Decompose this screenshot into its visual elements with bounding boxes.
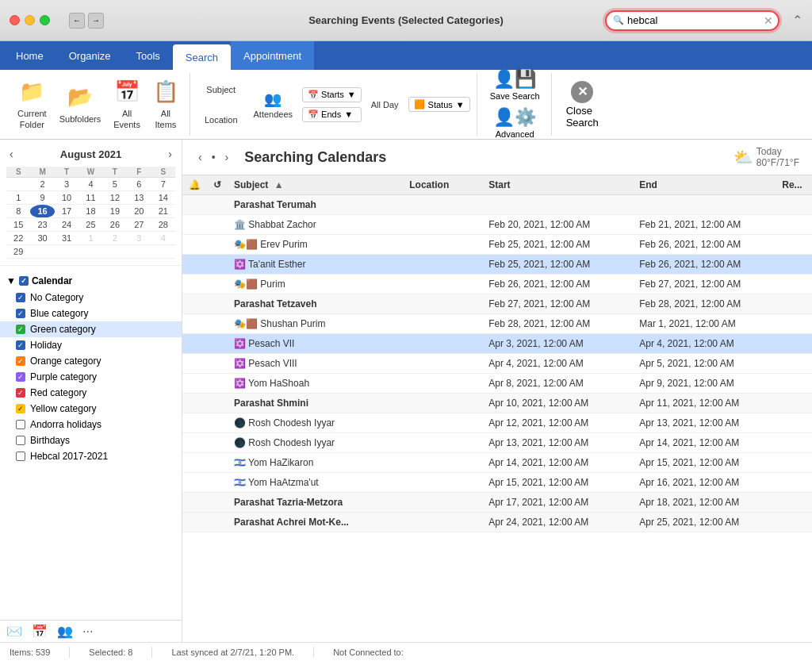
cal-day[interactable]: 13 bbox=[127, 191, 151, 205]
cal-day[interactable] bbox=[151, 245, 175, 259]
cal-day[interactable]: 4 bbox=[151, 232, 175, 245]
cal-day[interactable]: 17 bbox=[55, 205, 79, 218]
all-events-button[interactable]: 📅 AllEvents bbox=[109, 75, 145, 135]
table-row[interactable]: ✡️ Ta'anit Esther Feb 25, 2021, 12:00 AM… bbox=[182, 255, 812, 275]
sidebar-item-red-category[interactable]: ✓ Red category bbox=[0, 385, 182, 401]
purple-category-checkbox[interactable]: ✓ bbox=[16, 372, 25, 382]
cal-day[interactable]: 8 bbox=[6, 205, 30, 218]
ends-dropdown[interactable]: 📅 Ends ▼ bbox=[302, 107, 362, 122]
blue-category-checkbox[interactable]: ✓ bbox=[16, 309, 25, 318]
table-row[interactable]: 🌑 Rosh Chodesh Iyyar Apr 13, 2021, 12:00… bbox=[182, 433, 812, 453]
sidebar-item-andorra[interactable]: Andorra holidays bbox=[0, 417, 182, 432]
red-category-checkbox[interactable]: ✓ bbox=[16, 388, 25, 398]
cal-day[interactable]: 25 bbox=[79, 218, 102, 232]
results-table[interactable]: 🔔 ↺ Subject ▲ Location Start End Re... bbox=[182, 175, 812, 642]
cal-next-button[interactable]: › bbox=[165, 146, 175, 162]
cal-day[interactable]: 1 bbox=[79, 232, 102, 245]
cal-day[interactable] bbox=[127, 245, 151, 259]
more-nav-button[interactable]: ··· bbox=[82, 624, 93, 639]
collapse-button[interactable]: ⌃ bbox=[792, 13, 802, 28]
mail-nav-button[interactable]: ✉️ bbox=[6, 624, 22, 639]
tab-search[interactable]: Search bbox=[173, 44, 231, 70]
birthdays-checkbox[interactable] bbox=[16, 436, 25, 445]
cal-day[interactable]: 26 bbox=[103, 218, 127, 232]
cal-day[interactable]: 12 bbox=[103, 191, 127, 205]
cal-day[interactable]: 2 bbox=[103, 232, 127, 245]
people-nav-button[interactable]: 👥 bbox=[57, 624, 73, 639]
all-day-button[interactable]: All Day bbox=[365, 90, 405, 119]
cal-day[interactable]: 2 bbox=[30, 178, 54, 191]
main-search-input[interactable] bbox=[627, 14, 760, 26]
cal-day[interactable]: 29 bbox=[6, 245, 30, 259]
advanced-button[interactable]: 👤⚙️ Advanced bbox=[485, 104, 545, 143]
sidebar-item-birthdays[interactable]: Birthdays bbox=[0, 432, 182, 448]
table-row[interactable]: 🏛️ Shabbat Zachor Feb 20, 2021, 12:00 AM… bbox=[182, 215, 812, 235]
subfolders-button[interactable]: 📂 Subfolders bbox=[55, 75, 106, 135]
cal-day[interactable]: 6 bbox=[127, 178, 151, 191]
cal-day[interactable]: 27 bbox=[127, 218, 151, 232]
col-header-start[interactable]: Start bbox=[482, 175, 633, 195]
content-dot-button[interactable]: • bbox=[209, 149, 219, 165]
andorra-checkbox[interactable] bbox=[16, 420, 25, 429]
cal-day[interactable]: 22 bbox=[6, 232, 30, 245]
close-button[interactable] bbox=[10, 15, 20, 25]
cal-day[interactable]: 11 bbox=[79, 191, 102, 205]
content-back-button[interactable]: ‹ bbox=[195, 149, 205, 165]
cal-day[interactable]: 24 bbox=[55, 218, 79, 232]
cal-day[interactable]: 31 bbox=[55, 232, 79, 245]
col-header-end[interactable]: End bbox=[633, 175, 776, 195]
all-items-button[interactable]: 📋 AllItems bbox=[148, 75, 183, 135]
close-search-button[interactable]: ✕ CloseSearch bbox=[560, 78, 605, 132]
hebcal-checkbox[interactable] bbox=[16, 452, 25, 461]
table-row[interactable]: 🇮🇱 Yom HaZikaron Apr 14, 2021, 12:00 AM … bbox=[182, 453, 812, 473]
status-dropdown[interactable]: 🟧 Status ▼ bbox=[408, 97, 470, 112]
search-clear-button[interactable]: ✕ bbox=[764, 14, 773, 27]
calendar-nav-button[interactable]: 📅 bbox=[32, 624, 48, 639]
tab-organize[interactable]: Organize bbox=[56, 41, 124, 70]
sidebar-item-no-category[interactable]: ✓ No Category bbox=[0, 290, 182, 306]
table-row[interactable]: 🇮🇱 Yom HaAtzma'ut Apr 15, 2021, 12:00 AM… bbox=[182, 473, 812, 493]
cal-day[interactable]: 3 bbox=[55, 178, 79, 191]
cal-day[interactable]: 1 bbox=[6, 191, 30, 205]
starts-dropdown[interactable]: 📅 Starts ▼ bbox=[302, 87, 362, 102]
yellow-category-checkbox[interactable]: ✓ bbox=[16, 404, 25, 413]
sidebar-item-blue-category[interactable]: ✓ Blue category bbox=[0, 306, 182, 321]
cal-day[interactable]: 14 bbox=[151, 191, 175, 205]
cal-day[interactable]: 3 bbox=[127, 232, 151, 245]
col-header-location[interactable]: Location bbox=[403, 175, 482, 195]
cal-day[interactable] bbox=[6, 178, 30, 191]
minimize-button[interactable] bbox=[25, 15, 35, 25]
cal-day[interactable]: 4 bbox=[79, 178, 102, 191]
cal-day[interactable]: 20 bbox=[127, 205, 151, 218]
tab-tools[interactable]: Tools bbox=[123, 41, 172, 70]
sidebar-item-orange-category[interactable]: ✓ Orange category bbox=[0, 353, 182, 369]
cal-prev-button[interactable]: ‹ bbox=[6, 146, 17, 162]
cal-day[interactable]: 9 bbox=[30, 191, 54, 205]
tab-home[interactable]: Home bbox=[3, 41, 56, 70]
no-category-checkbox[interactable]: ✓ bbox=[16, 293, 25, 302]
calendar-master-checkbox[interactable]: ✓ bbox=[19, 276, 29, 286]
maximize-button[interactable] bbox=[40, 15, 50, 25]
cal-day[interactable] bbox=[103, 245, 127, 259]
location-button[interactable]: Location bbox=[198, 106, 244, 134]
sidebar-item-hebcal[interactable]: Hebcal 2017-2021 bbox=[0, 448, 182, 464]
sidebar-item-yellow-category[interactable]: ✓ Yellow category bbox=[0, 401, 182, 417]
col-header-subject[interactable]: Subject ▲ bbox=[228, 175, 403, 195]
cal-day[interactable]: 30 bbox=[30, 232, 54, 245]
cal-day[interactable]: 19 bbox=[103, 205, 127, 218]
tab-appointment[interactable]: Appointment bbox=[231, 41, 314, 70]
content-forward-button[interactable]: › bbox=[222, 149, 232, 165]
sidebar-item-holiday[interactable]: ✓ Holiday bbox=[0, 337, 182, 353]
cal-day[interactable]: 5 bbox=[103, 178, 127, 191]
holiday-checkbox[interactable]: ✓ bbox=[16, 340, 25, 350]
cal-day[interactable] bbox=[79, 245, 102, 259]
sidebar-item-green-category[interactable]: ✓ Green category bbox=[0, 321, 182, 337]
forward-button[interactable]: → bbox=[88, 13, 104, 29]
save-search-button[interactable]: 👤💾 Save Search bbox=[485, 66, 545, 105]
cal-day[interactable]: 7 bbox=[151, 178, 175, 191]
cal-day[interactable]: 18 bbox=[79, 205, 102, 218]
orange-category-checkbox[interactable]: ✓ bbox=[16, 356, 25, 366]
current-folder-button[interactable]: 📁 CurrentFolder bbox=[13, 75, 52, 135]
table-row[interactable]: ✡️ Yom HaShoah Apr 8, 2021, 12:00 AM Apr… bbox=[182, 374, 812, 394]
subject-button[interactable]: Subject bbox=[198, 75, 244, 104]
